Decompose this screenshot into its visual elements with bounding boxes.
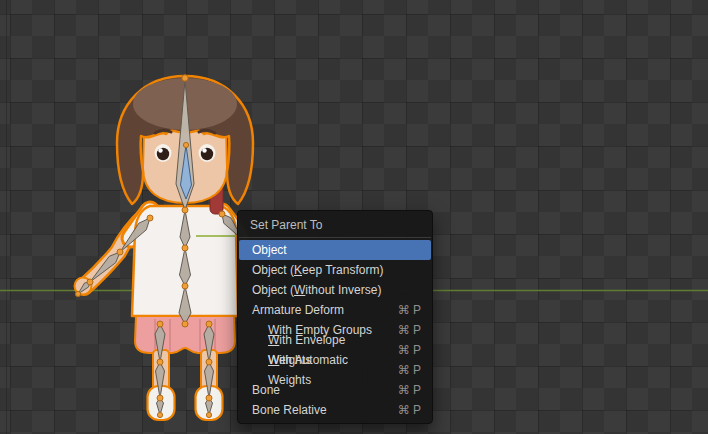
menu-item-label: Bone Relative <box>252 400 327 420</box>
menu-item-label: Object (Without Inverse) <box>252 280 381 300</box>
character-eye-left <box>155 144 172 162</box>
menu-items: Object Object (Keep Transform) Object (W… <box>238 240 432 420</box>
character-eye-right <box>199 144 216 162</box>
menu-item-label: With Automatic Weights <box>268 350 386 390</box>
menu-item-bone-relative[interactable]: Bone Relative ⌘ P <box>239 400 431 420</box>
menu-item-shortcut: ⌘ P <box>398 300 421 320</box>
menu-title: Set Parent To <box>238 211 432 237</box>
menu-item-shortcut: ⌘ P <box>398 360 421 380</box>
menu-item-shortcut: ⌘ P <box>398 400 421 420</box>
menu-item-object-without-inverse[interactable]: Object (Without Inverse) <box>239 280 431 300</box>
menu-item-armature-deform[interactable]: Armature Deform ⌘ P <box>239 300 431 320</box>
context-menu-set-parent: Set Parent To Object Object (Keep Transf… <box>237 210 433 424</box>
menu-item-label: Armature Deform <box>252 300 344 320</box>
menu-item-label: Object (Keep Transform) <box>252 260 383 280</box>
menu-item-label: Object <box>252 240 287 260</box>
menu-separator <box>239 237 431 238</box>
menu-item-shortcut: ⌘ P <box>398 340 421 360</box>
menu-item-label: Bone <box>252 380 280 400</box>
menu-item-object[interactable]: Object <box>239 240 431 260</box>
menu-item-object-keep-transform[interactable]: Object (Keep Transform) <box>239 260 431 280</box>
menu-item-with-automatic-weights[interactable]: With Automatic Weights ⌘ P <box>239 360 431 380</box>
menu-item-shortcut: ⌘ P <box>398 380 421 400</box>
menu-item-shortcut: ⌘ P <box>398 320 421 340</box>
